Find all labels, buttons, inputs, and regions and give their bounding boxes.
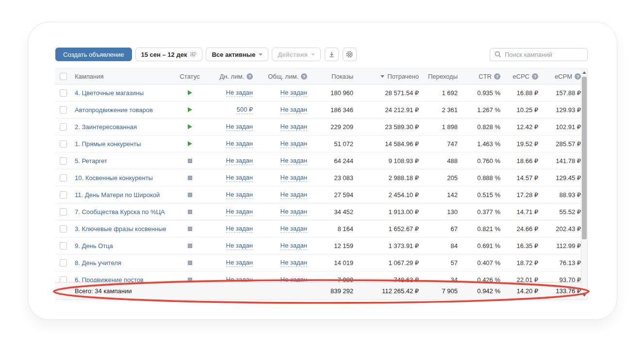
daily-limit-link[interactable]: Не задан — [226, 157, 253, 165]
campaign-link[interactable]: 8. День учителя — [75, 259, 175, 267]
daily-limit-link[interactable]: Не задан — [226, 208, 253, 216]
header-ecpm[interactable]: eCPM? — [538, 73, 581, 80]
total-limit-link[interactable]: Не задан — [281, 174, 307, 182]
daily-limit-link[interactable]: Не задан — [226, 276, 253, 283]
help-icon[interactable]: ? — [532, 73, 538, 80]
status-filter-dropdown[interactable]: Все активные — [206, 48, 268, 61]
scroll-up-icon[interactable] — [582, 71, 586, 74]
row-checkbox[interactable] — [60, 174, 67, 182]
row-checkbox[interactable] — [60, 191, 67, 199]
status-icon — [188, 124, 192, 129]
clicks-cell: 2 361 — [419, 106, 458, 114]
vertical-scrollbar[interactable] — [581, 68, 588, 300]
status-cell[interactable] — [188, 174, 192, 182]
ecpc-cell: 10.25 ₽ — [500, 106, 538, 114]
campaign-link[interactable]: 2. Заинтересованная — [75, 123, 175, 131]
row-checkbox[interactable] — [60, 276, 67, 283]
scrollbar-thumb[interactable] — [582, 77, 587, 239]
daily-limit-link[interactable]: Не задан — [226, 140, 253, 148]
campaign-link[interactable]: 4. Цветочные магазины — [75, 89, 175, 97]
row-checkbox[interactable] — [60, 259, 67, 267]
spent-cell: 14 584.96 ₽ — [353, 140, 419, 148]
date-range-button[interactable]: 15 сен – 12 дек — [135, 48, 203, 61]
header-daily-limit[interactable]: Дн. лим.? — [204, 73, 253, 80]
header-ctr[interactable]: CTR? — [458, 73, 500, 80]
header-ecpc[interactable]: eCPC? — [500, 73, 538, 80]
settings-button[interactable] — [343, 48, 357, 61]
total-limit-link[interactable]: Не задан — [281, 208, 307, 216]
create-ad-button[interactable]: Создать объявление — [55, 48, 132, 61]
campaign-link[interactable]: 10. Косвенные конкуренты — [75, 174, 175, 182]
help-icon[interactable]: ? — [575, 73, 581, 80]
header-spent-sorted[interactable]: Потрачено — [353, 73, 419, 80]
actions-dropdown[interactable]: Действия — [272, 48, 321, 61]
total-limit-link[interactable]: Не задан — [281, 242, 307, 250]
daily-limit-link[interactable]: Не задан — [226, 174, 253, 182]
row-checkbox[interactable] — [60, 123, 67, 131]
header-total-limit[interactable]: Общ. лим.? — [253, 73, 307, 80]
total-limit-link[interactable]: Не задан — [281, 157, 307, 165]
daily-limit-link[interactable]: Не задан — [226, 225, 253, 233]
daily-limit-link[interactable]: Не задан — [226, 191, 253, 199]
status-cell[interactable] — [188, 140, 192, 148]
total-limit-link[interactable]: Не задан — [281, 89, 307, 97]
totals-impressions: 839 292 — [307, 287, 353, 295]
campaign-link[interactable]: 5. Ретаргет — [75, 157, 175, 165]
daily-limit-link[interactable]: Не задан — [226, 123, 253, 131]
campaign-link[interactable]: 6. Продвижение постов — [75, 276, 175, 283]
daily-limit-link[interactable]: 500 ₽ — [236, 106, 253, 114]
status-cell[interactable] — [188, 191, 192, 199]
status-cell[interactable] — [188, 242, 192, 250]
header-campaign[interactable]: Кампания — [75, 73, 175, 80]
campaign-link[interactable]: 7. Сообщества Курска по %ЦА — [75, 208, 175, 216]
daily-limit-link[interactable]: Не задан — [226, 89, 253, 97]
campaign-link[interactable]: 1. Прямые конкуренты — [75, 140, 175, 148]
row-checkbox[interactable] — [60, 106, 67, 114]
status-icon — [188, 159, 192, 163]
row-checkbox[interactable] — [60, 225, 67, 233]
row-checkbox[interactable] — [60, 89, 67, 97]
daily-limit-link[interactable]: Не задан — [226, 259, 253, 267]
total-limit-link[interactable]: Не задан — [281, 259, 307, 267]
help-icon[interactable]: ? — [494, 73, 500, 80]
row-checkbox[interactable] — [60, 157, 67, 165]
sort-desc-icon — [380, 75, 384, 78]
status-cell[interactable] — [188, 276, 192, 283]
row-checkbox[interactable] — [60, 140, 67, 148]
scroll-down-icon[interactable] — [582, 294, 586, 297]
total-limit-link[interactable]: Не задан — [281, 140, 307, 148]
row-checkbox[interactable] — [60, 208, 67, 216]
select-all-checkbox[interactable] — [60, 73, 67, 80]
export-button[interactable] — [325, 48, 339, 61]
campaign-link[interactable]: 3. Ключевые фразы косвенные — [75, 225, 175, 233]
status-cell[interactable] — [188, 157, 192, 165]
campaign-link[interactable]: 11. День Матери по Широкой — [75, 191, 175, 199]
campaign-link[interactable]: Автопродвижение товаров — [75, 106, 175, 114]
total-limit-link[interactable]: Не задан — [281, 276, 307, 283]
help-icon[interactable]: ? — [247, 73, 253, 80]
total-limit-link[interactable]: Не задан — [281, 106, 307, 114]
campaign-search — [490, 48, 588, 61]
help-icon[interactable]: ? — [301, 73, 307, 80]
status-cell[interactable] — [188, 123, 192, 131]
total-limit-link[interactable]: Не задан — [281, 225, 307, 233]
daily-limit-link[interactable]: Не задан — [226, 242, 253, 250]
header-impressions[interactable]: Показы — [307, 73, 353, 80]
status-cell[interactable] — [188, 89, 192, 97]
status-cell[interactable] — [188, 225, 192, 233]
status-cell[interactable] — [188, 259, 192, 267]
search-icon — [495, 51, 501, 58]
total-limit-link[interactable]: Не задан — [281, 191, 307, 199]
status-cell[interactable] — [188, 106, 192, 114]
total-limit-link[interactable]: Не задан — [281, 123, 307, 131]
table-body: 4. Цветочные магазины Не задан Не задан … — [55, 84, 588, 282]
status-icon — [188, 278, 192, 282]
search-input[interactable] — [505, 51, 583, 58]
ecpc-cell: 12.42 ₽ — [500, 123, 538, 131]
campaign-link[interactable]: 9. День Отца — [75, 242, 175, 250]
row-checkbox[interactable] — [60, 242, 67, 250]
header-status[interactable]: Статус — [180, 73, 199, 80]
header-clicks[interactable]: Переходы — [419, 73, 458, 80]
table-row: 11. День Матери по Широкой Не задан Не з… — [55, 186, 581, 203]
status-cell[interactable] — [188, 208, 192, 216]
